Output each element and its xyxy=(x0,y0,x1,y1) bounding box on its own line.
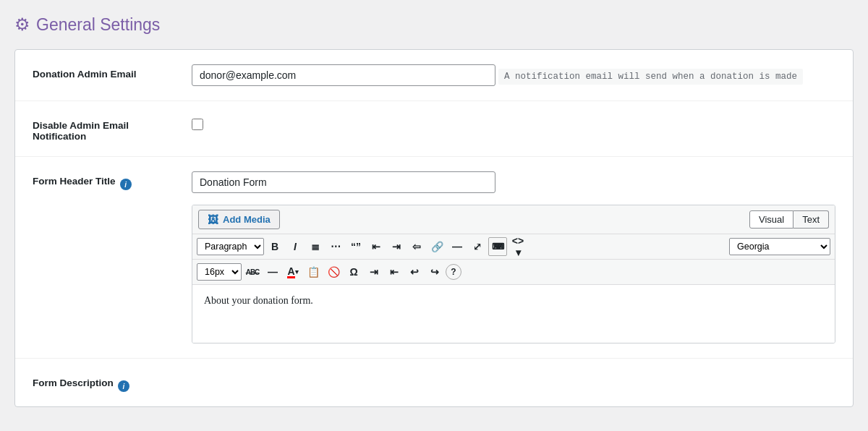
donation-admin-email-input[interactable] xyxy=(192,64,495,86)
form-header-title-label: Form Header Title i xyxy=(33,171,192,190)
font-family-select[interactable]: Georgia Arial Times New Roman Verdana xyxy=(729,238,830,255)
form-description-row: Form Description i xyxy=(15,359,853,406)
italic-button[interactable]: I xyxy=(286,237,305,256)
disable-admin-email-label: Disable Admin EmailNotification xyxy=(33,116,192,142)
outdent-button[interactable]: ⇤ xyxy=(385,263,404,281)
editor-toolbar-row2: 8px 10px 12px 14px 16px 18px 20px 24px A… xyxy=(192,260,835,285)
ordered-list-button[interactable]: ⋯ xyxy=(326,237,345,256)
paragraph-select[interactable]: Paragraph Heading 1 Heading 2 Heading 3 xyxy=(197,238,264,255)
dash-button[interactable]: — xyxy=(263,263,282,281)
clear-format-button[interactable]: 🚫 xyxy=(324,263,343,281)
form-description-info-icon[interactable]: i xyxy=(118,380,129,392)
donation-admin-email-row: Donation Admin Email A notification emai… xyxy=(15,50,853,101)
form-description-label: Form Description i xyxy=(33,373,192,392)
add-media-button[interactable]: 🖼 Add Media xyxy=(198,210,280,229)
editor-toolbar-row1: Paragraph Heading 1 Heading 2 Heading 3 … xyxy=(192,234,835,260)
align-center-button[interactable]: ⇥ xyxy=(387,237,406,256)
page-title: General Settings xyxy=(36,15,160,35)
text-tab[interactable]: Text xyxy=(793,210,829,229)
visual-tab[interactable]: Visual xyxy=(749,210,793,229)
add-media-icon: 🖼 xyxy=(208,213,218,226)
form-header-title-info-icon[interactable]: i xyxy=(120,179,132,190)
fullscreen-button[interactable]: ⤢ xyxy=(468,237,487,256)
disable-admin-email-row: Disable Admin EmailNotification xyxy=(15,101,853,157)
donation-admin-email-label: Donation Admin Email xyxy=(33,64,192,80)
align-right-button[interactable]: ⇦ xyxy=(407,237,426,256)
code-dropdown-button[interactable]: <> ▾ xyxy=(509,237,527,256)
special-char-button[interactable]: Ω xyxy=(344,263,363,281)
rich-text-editor: 🖼 Add Media Visual Text Paragraph xyxy=(192,205,835,343)
editor-top-bar: 🖼 Add Media Visual Text xyxy=(192,205,835,234)
form-header-title-row: Form Header Title i 🖼 Add Media xyxy=(15,157,853,359)
editor-content-area[interactable]: About your donation form. xyxy=(192,285,835,343)
gear-icon: ⚙ xyxy=(14,14,30,35)
blockquote-button[interactable]: “” xyxy=(346,237,365,256)
add-media-label: Add Media xyxy=(223,214,271,225)
paste-text-button[interactable]: 📋 xyxy=(304,263,323,281)
strikethrough-button[interactable]: ABC xyxy=(243,263,262,281)
disable-admin-email-checkbox[interactable] xyxy=(192,119,203,130)
form-header-title-content: 🖼 Add Media Visual Text Paragraph xyxy=(192,171,835,343)
donation-admin-email-content: A notification email will send when a do… xyxy=(192,64,835,86)
undo-button[interactable]: ↩ xyxy=(405,263,424,281)
help-button[interactable]: ? xyxy=(446,264,461,280)
font-color-button[interactable]: A ▾ xyxy=(284,263,302,281)
settings-panel: Donation Admin Email A notification emai… xyxy=(14,49,854,407)
editor-view-tabs: Visual Text xyxy=(749,210,829,229)
horizontal-rule-button[interactable]: — xyxy=(448,237,467,256)
bold-button[interactable]: B xyxy=(265,237,284,256)
font-size-select[interactable]: 8px 10px 12px 14px 16px 18px 20px 24px xyxy=(197,263,242,281)
redo-button[interactable]: ↪ xyxy=(425,263,444,281)
link-button[interactable]: 🔗 xyxy=(427,237,446,256)
indent-button[interactable]: ⇥ xyxy=(365,263,383,281)
donation-admin-email-help: A notification email will send when a do… xyxy=(498,69,803,85)
unordered-list-button[interactable]: ≣ xyxy=(306,237,325,256)
form-header-title-input[interactable] xyxy=(192,171,495,193)
keyboard-button[interactable]: ⌨ xyxy=(488,237,507,256)
disable-admin-email-content xyxy=(192,116,835,132)
page-title-area: ⚙ General Settings xyxy=(14,14,854,35)
align-left-button[interactable]: ⇤ xyxy=(367,237,386,256)
